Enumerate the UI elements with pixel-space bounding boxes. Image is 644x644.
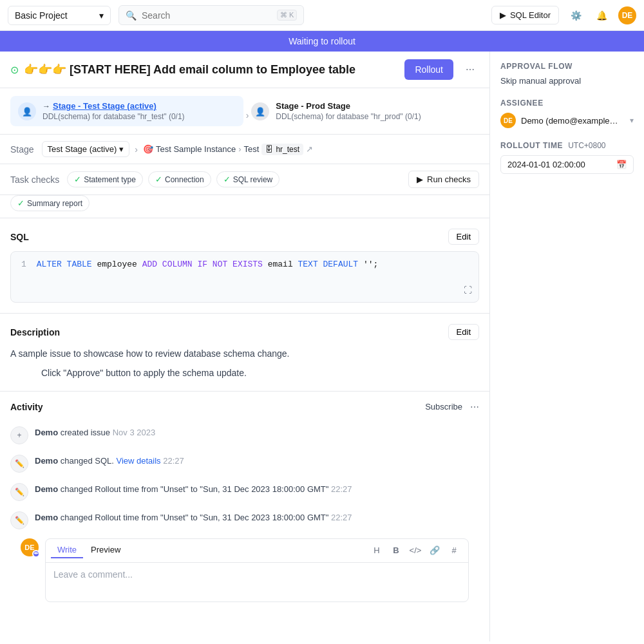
desc-section-title: Description xyxy=(10,327,60,337)
comment-avatar-badge: ✏ xyxy=(32,550,40,558)
assignee-row: DE Demo (demo@example… ▾ xyxy=(500,113,634,128)
activity-icon-pencil-3: ✏️ xyxy=(10,511,28,529)
settings-icon[interactable]: ⚙️ xyxy=(567,6,585,24)
activity-icon-plus: + xyxy=(10,426,28,444)
heading-format-button[interactable]: H xyxy=(368,542,386,560)
comment-tab-write[interactable]: Write xyxy=(51,542,83,558)
notifications-icon[interactable]: 🔔 xyxy=(592,6,611,24)
description-line1: A sample issue to showcase how to review… xyxy=(10,346,479,361)
view-details-link[interactable]: View details xyxy=(116,456,160,466)
search-input[interactable] xyxy=(142,10,272,21)
desc-edit-button[interactable]: Edit xyxy=(448,324,479,340)
check-icon-statement: ✓ xyxy=(74,175,81,184)
project-selector[interactable]: Basic Project ▾ xyxy=(8,6,111,25)
run-checks-icon: ▶ xyxy=(417,175,423,184)
activity-list: + Demo created issue Nov 3 2023 ✏️ xyxy=(10,422,479,533)
assignee-title: Assignee xyxy=(500,99,634,108)
activity-actions: Subscribe ⋯ xyxy=(425,402,479,412)
db-icon: 🗄 xyxy=(265,145,273,154)
rollout-button[interactable]: Rollout xyxy=(404,59,453,80)
sql-line-number: 1 xyxy=(21,260,26,269)
activity-text-4: Demo changed Rollout time from "Unset" t… xyxy=(35,511,352,524)
task-checks: Task checks ✓ Statement type ✓ Connectio… xyxy=(0,164,489,195)
desc-section-header: Description Edit xyxy=(10,324,479,340)
breadcrumb: 🎯 Test Sample Instance › Test 🗄 hr_test … xyxy=(143,144,313,155)
sql-code: ALTER TABLE employee ADD COLUMN IF NOT E… xyxy=(37,260,379,269)
sql-editor-icon: ▶ xyxy=(500,10,506,20)
stage-sub-prod: DDL(schema) for database "hr_prod" (0/1) xyxy=(276,112,421,121)
assignee-select-button[interactable]: ▾ xyxy=(630,116,634,125)
sql-section-title: SQL xyxy=(10,232,29,242)
check-icon-connection: ✓ xyxy=(155,175,162,184)
stage-selector[interactable]: Test Stage (active) ▾ xyxy=(42,141,130,157)
comment-tab-preview[interactable]: Preview xyxy=(84,542,127,558)
bold-format-button[interactable]: B xyxy=(387,542,405,560)
comment-input[interactable]: Leave a comment... xyxy=(46,563,468,601)
sql-plain-3: ''; xyxy=(358,260,378,269)
activity-action-4: changed Rollout time from "Unset" to "Su… xyxy=(61,513,329,522)
assignee-avatar: DE xyxy=(500,113,516,128)
user-avatar[interactable]: DE xyxy=(618,6,636,24)
sql-edit-button[interactable]: Edit xyxy=(448,229,479,245)
sql-kw-alter: ALTER TABLE xyxy=(37,260,92,269)
code-format-button[interactable]: </> xyxy=(406,542,424,560)
stage-row: Stage Test Stage (active) ▾ › 🎯 Test Sam… xyxy=(0,135,489,164)
sql-section: SQL Edit 1 ALTER TABLE employee ADD COLU… xyxy=(0,218,489,314)
activity-item: ✏️ Demo changed Rollout time from "Unset… xyxy=(10,479,479,505)
check-icon-sql-review: ✓ xyxy=(223,175,231,184)
link-format-button[interactable]: 🔗 xyxy=(426,542,444,560)
content-area: ⊙ 👉👉👉 [START HERE] Add email column to E… xyxy=(0,52,489,641)
project-name: Basic Project xyxy=(15,10,94,21)
activity-header: Activity Subscribe ⋯ xyxy=(10,402,479,412)
subscribe-button[interactable]: Subscribe xyxy=(425,402,462,412)
external-link-icon[interactable]: ↗ xyxy=(306,144,313,154)
stage-icon-test: 👤 xyxy=(18,102,36,120)
check-icon-summary: ✓ xyxy=(17,198,24,208)
db-badge: 🗄 hr_test xyxy=(261,144,303,155)
chevron-down-icon: ▾ xyxy=(99,10,104,21)
stage-name-test[interactable]: Stage - Test Stage (active) xyxy=(53,101,156,111)
activity-more-button[interactable]: ⋯ xyxy=(470,402,479,412)
sql-editor-button[interactable]: ▶ SQL Editor xyxy=(491,6,559,24)
activity-time-4: 22:27 xyxy=(331,513,352,522)
activity-title: Activity xyxy=(10,402,43,412)
issue-title: 👉👉👉 [START HERE] Add email column to Emp… xyxy=(24,62,397,77)
issue-header: ⊙ 👉👉👉 [START HERE] Add email column to E… xyxy=(0,52,489,88)
activity-section: Activity Subscribe ⋯ + Demo created issu… xyxy=(0,392,489,623)
breadcrumb-icon: 🎯 xyxy=(143,144,153,154)
search-icon: 🔍 xyxy=(126,10,137,21)
sidebar: Approval flow Skip manual approval Assig… xyxy=(489,52,644,641)
activity-action-2: changed SQL. xyxy=(61,456,117,466)
activity-text-3: Demo changed Rollout time from "Unset" t… xyxy=(35,483,352,496)
rollout-time-value: 2024-01-01 02:00:00 xyxy=(507,160,611,169)
activity-item: ✏️ Demo changed SQL. View details 22:27 xyxy=(10,451,479,477)
sql-line-1: 1 ALTER TABLE employee ADD COLUMN IF NOT… xyxy=(21,260,468,269)
description-section: Description Edit A sample issue to showc… xyxy=(0,314,489,392)
check-badge-summary-report: ✓ Summary report xyxy=(10,195,90,211)
stage-item-test[interactable]: 👤 → Stage - Test Stage (active) DDL(sche… xyxy=(10,96,243,126)
run-checks-button[interactable]: ▶ Run checks xyxy=(408,171,479,188)
sql-section-header: SQL Edit xyxy=(10,229,479,245)
search-bar[interactable]: 🔍 ⌘ K xyxy=(118,5,304,25)
task-checks-label: Task checks xyxy=(10,175,59,185)
more-options-button[interactable]: ⋯ xyxy=(461,61,479,79)
sql-block: 1 ALTER TABLE employee ADD COLUMN IF NOT… xyxy=(10,251,479,303)
activity-icon-pencil: ✏️ xyxy=(10,455,28,473)
approval-flow-title: Approval flow xyxy=(500,62,634,71)
activity-user-4: Demo xyxy=(35,513,58,522)
activity-time-3: 22:27 xyxy=(331,484,352,494)
stage-item-prod[interactable]: 👤 Stage - Prod Stage DDL(schema) for dat… xyxy=(251,96,479,126)
stage-separator: › xyxy=(246,104,249,126)
activity-text-1: Demo created issue Nov 3 2023 xyxy=(35,426,155,439)
activity-item: + Demo created issue Nov 3 2023 xyxy=(10,422,479,448)
expand-icon[interactable]: ⛶ xyxy=(464,286,472,296)
stage-name-prod: Stage - Prod Stage xyxy=(276,101,421,111)
description-line2: Click "Approve" button to apply the sche… xyxy=(41,366,479,380)
activity-user-1: Demo xyxy=(35,428,58,437)
stage-icon-prod: 👤 xyxy=(251,102,269,120)
rollout-time-input[interactable]: 2024-01-01 02:00:00 📅 xyxy=(500,155,634,174)
calendar-icon[interactable]: 📅 xyxy=(616,160,627,169)
rollout-time-section: Rollout time UTC+0800 2024-01-01 02:00:0… xyxy=(500,141,634,174)
check-badge-sql-review: ✓ SQL review xyxy=(216,171,280,187)
hash-format-button[interactable]: # xyxy=(445,542,463,560)
